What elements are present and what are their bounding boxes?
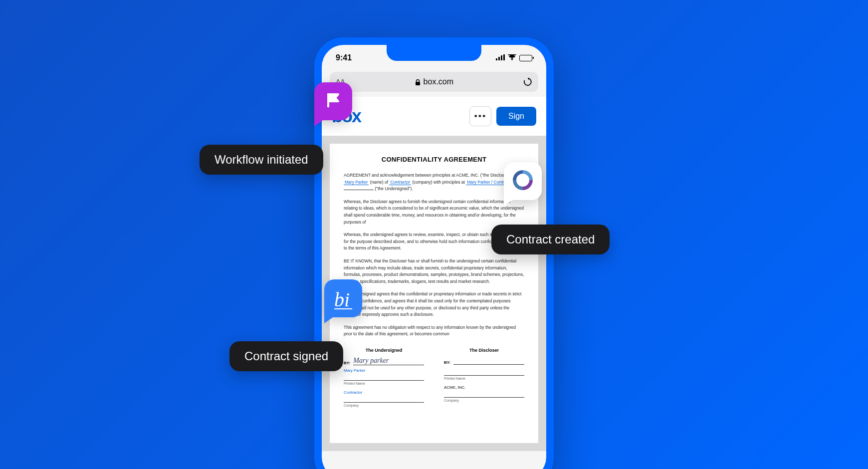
company-label-right: Company xyxy=(444,399,524,402)
notification-contract-signed: Contract signed xyxy=(229,341,343,371)
signature-field[interactable]: Mary parker xyxy=(353,357,424,365)
workflow-app-icon xyxy=(314,82,352,120)
sig-title-discloser: The Discloser xyxy=(444,348,524,353)
status-icons xyxy=(496,53,532,62)
sign-app-icon: bi xyxy=(324,279,362,317)
signature-section: The Undersigned BY: Mary parker Mary Par… xyxy=(344,348,524,412)
office-circle-icon xyxy=(510,168,535,195)
signature-column-discloser: The Discloser BY: Printed Name ACME, INC… xyxy=(444,348,524,412)
printed-name-label-discloser: Printed Name xyxy=(444,377,524,380)
label-company-with: (company) with principles at xyxy=(412,180,464,185)
company-label-left: Company xyxy=(344,404,424,407)
svg-rect-1 xyxy=(498,57,500,60)
office-app-icon xyxy=(504,162,542,200)
lock-icon xyxy=(415,79,421,85)
document-para-3: BE IT KNOWN, that the Discloser has or s… xyxy=(344,258,524,285)
company-value-left: Contractor xyxy=(344,390,424,395)
svg-rect-0 xyxy=(496,58,497,60)
field-name[interactable]: Mary Parker xyxy=(344,180,369,185)
flag-icon xyxy=(324,91,342,111)
printed-name-line xyxy=(344,373,424,381)
browser-address-bar[interactable]: AA box.com xyxy=(330,72,538,92)
more-button[interactable]: ••• xyxy=(469,106,491,126)
signature-field-discloser[interactable] xyxy=(453,357,524,365)
battery-icon xyxy=(519,55,532,61)
sig-title-undersigned: The Undersigned xyxy=(344,348,424,353)
document-para-4: The undersigned agrees that the confiden… xyxy=(344,291,524,318)
company-line-right xyxy=(444,390,524,398)
by-label-discloser: BY: xyxy=(444,360,450,365)
signature-value: Mary parker xyxy=(353,357,389,365)
signature-row-discloser: BY: xyxy=(444,357,524,365)
label-name-of: (name) of xyxy=(370,180,388,185)
intro-text: AGREEMENT and acknowledgement between pr… xyxy=(344,173,519,178)
document-para-5: This agreement has no obligation with re… xyxy=(344,324,524,338)
printed-name-label: Printed Name xyxy=(344,382,424,385)
company-value-right: ACME, INC. xyxy=(444,385,524,390)
svg-rect-3 xyxy=(503,54,505,60)
field-company[interactable]: Contractor xyxy=(389,180,411,185)
notification-workflow-initiated: Workflow initiated xyxy=(200,145,323,175)
label-undersigned: ("the Undersigned"). xyxy=(375,186,413,191)
by-label: BY: xyxy=(344,361,350,365)
app-header: box ••• Sign xyxy=(322,97,546,136)
notification-contract-created: Contract created xyxy=(491,225,610,254)
script-text: bi xyxy=(334,288,350,311)
phone-screen: 9:41 AA box.com xyxy=(322,45,546,469)
url-area[interactable]: box.com xyxy=(349,77,519,86)
svg-rect-2 xyxy=(501,55,502,60)
signature-row: BY: Mary parker xyxy=(344,357,424,365)
document-intro: AGREEMENT and acknowledgement between pr… xyxy=(344,172,524,193)
signal-icon xyxy=(496,53,505,62)
script-signature-icon: bi xyxy=(334,288,352,309)
document-para-1: Whereas, the Discloser agrees to furnish… xyxy=(344,199,524,226)
printed-name-line-discloser xyxy=(444,368,524,376)
signature-column-undersigned: The Undersigned BY: Mary parker Mary Par… xyxy=(344,348,424,412)
company-line-left xyxy=(344,395,424,403)
url-text: box.com xyxy=(424,77,453,86)
blank-field xyxy=(344,190,374,190)
document-title: CONFIDENTIALITY AGREEMENT xyxy=(344,156,524,163)
phone-notch xyxy=(387,45,481,61)
printed-name-value: Mary Parker xyxy=(344,368,424,373)
refresh-icon[interactable] xyxy=(523,77,532,86)
header-buttons: ••• Sign xyxy=(469,106,536,126)
status-time: 9:41 xyxy=(336,53,352,62)
sign-button[interactable]: Sign xyxy=(496,107,536,126)
svg-rect-4 xyxy=(416,82,420,85)
wifi-icon xyxy=(508,53,516,62)
